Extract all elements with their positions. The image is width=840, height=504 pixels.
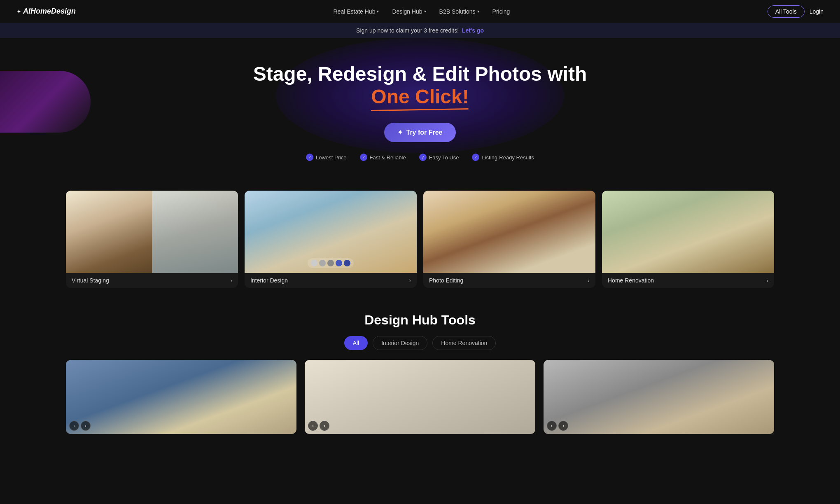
- feature-listing-ready: ✓ Listing-Ready Results: [472, 154, 534, 161]
- banner-text: Sign up now to claim your 3 free credits…: [356, 27, 459, 34]
- tool-cards-row: Virtual Staging › Interior Design ›: [66, 191, 774, 288]
- cta-label: Try for Free: [406, 129, 442, 136]
- color-picker-overlay: [308, 258, 354, 268]
- design-hub-section: Design Hub Tools All Interior Design Hom…: [0, 304, 840, 450]
- arrow-icon: ›: [409, 277, 411, 284]
- all-tools-button[interactable]: All Tools: [768, 5, 805, 18]
- color-swatch: [344, 260, 350, 266]
- arrow-icon: ›: [230, 277, 232, 284]
- design-hub-title: Design Hub Tools: [66, 313, 774, 328]
- card-virtual-staging[interactable]: Virtual Staging ›: [66, 191, 238, 288]
- bottom-card-image-2: ‹ ›: [305, 360, 535, 434]
- card-image-photo-editing: [423, 191, 595, 273]
- check-icon: ✓: [306, 154, 313, 161]
- carousel-next-button[interactable]: ›: [81, 421, 91, 431]
- check-icon: ✓: [472, 154, 479, 161]
- color-swatch: [336, 260, 342, 266]
- feature-lowest-price: ✓ Lowest Price: [306, 154, 346, 161]
- card-image-home-renovation: [602, 191, 774, 273]
- bottom-card-3[interactable]: ‹ ›: [544, 360, 774, 434]
- carousel-prev-button[interactable]: ‹: [547, 421, 557, 431]
- nav-design-hub[interactable]: Design Hub ▾: [392, 8, 426, 15]
- arrow-icon: ›: [588, 277, 590, 284]
- card-label-interior-design: Interior Design ›: [245, 273, 417, 288]
- carousel-next-button[interactable]: ›: [558, 421, 568, 431]
- card-photo-editing[interactable]: Photo Editing ›: [423, 191, 595, 288]
- feature-easy-to-use: ✓ Easy To Use: [419, 154, 459, 161]
- color-swatch: [319, 260, 326, 266]
- check-icon: ✓: [360, 154, 367, 161]
- banner-link[interactable]: Let's go: [462, 27, 484, 34]
- main-nav: ✦ AIHomeDesign Real Estate Hub ▾ Design …: [0, 0, 840, 23]
- bottom-card-2[interactable]: ‹ ›: [305, 360, 535, 434]
- bottom-card-1[interactable]: ‹ ›: [66, 360, 296, 434]
- features-row: ✓ Lowest Price ✓ Fast & Reliable ✓ Easy …: [8, 154, 832, 161]
- arrow-icon: ›: [766, 277, 768, 284]
- promo-banner: Sign up now to claim your 3 free credits…: [0, 23, 840, 38]
- hero-title-highlight: One Click!: [371, 85, 469, 108]
- nav-b2b-solutions[interactable]: B2B Solutions ▾: [439, 8, 479, 15]
- logo-star: ✦: [16, 8, 21, 15]
- filter-tab-home-renovation[interactable]: Home Renovation: [432, 336, 496, 350]
- sparkle-icon: ✦: [397, 128, 403, 136]
- chevron-down-icon: ▾: [424, 9, 426, 14]
- check-icon: ✓: [419, 154, 427, 161]
- login-button[interactable]: Login: [810, 8, 824, 15]
- card-home-renovation[interactable]: Home Renovation ›: [602, 191, 774, 288]
- carousel-prev-button[interactable]: ‹: [308, 421, 318, 431]
- tool-cards-section: Virtual Staging › Interior Design ›: [0, 191, 840, 304]
- bottom-card-image-3: ‹ ›: [544, 360, 774, 434]
- hero-title: Stage, Redesign & Edit Photos with One C…: [8, 63, 832, 108]
- filter-tabs: All Interior Design Home Renovation: [66, 336, 774, 350]
- chevron-down-icon: ▾: [477, 9, 479, 14]
- carousel-prev-button[interactable]: ‹: [69, 421, 79, 431]
- chevron-down-icon: ▾: [377, 9, 379, 14]
- nav-pricing[interactable]: Pricing: [492, 8, 510, 15]
- bottom-cards-row: ‹ › ‹ › ‹: [66, 360, 774, 434]
- carousel-next-button[interactable]: ›: [320, 421, 329, 431]
- card-label-virtual-staging: Virtual Staging ›: [66, 273, 238, 288]
- card-interior-design[interactable]: Interior Design ›: [245, 191, 417, 288]
- hero-section: Stage, Redesign & Edit Photos with One C…: [0, 38, 840, 191]
- card-label-photo-editing: Photo Editing ›: [423, 273, 595, 288]
- card-image-virtual-staging: [66, 191, 238, 273]
- logo-text: AIHomeDesign: [23, 7, 76, 16]
- feature-fast-reliable: ✓ Fast & Reliable: [360, 154, 406, 161]
- filter-tab-interior-design[interactable]: Interior Design: [373, 336, 427, 350]
- logo[interactable]: ✦ AIHomeDesign: [16, 7, 76, 16]
- filter-tab-all[interactable]: All: [344, 336, 368, 350]
- color-swatch: [311, 260, 317, 266]
- card-label-home-renovation: Home Renovation ›: [602, 273, 774, 288]
- color-swatch: [327, 260, 334, 266]
- try-for-free-button[interactable]: ✦ Try for Free: [384, 123, 455, 142]
- nav-real-estate-hub[interactable]: Real Estate Hub ▾: [334, 8, 379, 15]
- card-image-interior-design: [245, 191, 417, 273]
- nav-actions: All Tools Login: [768, 5, 824, 18]
- bottom-card-image-1: ‹ ›: [66, 360, 296, 434]
- nav-links: Real Estate Hub ▾ Design Hub ▾ B2B Solut…: [334, 8, 510, 15]
